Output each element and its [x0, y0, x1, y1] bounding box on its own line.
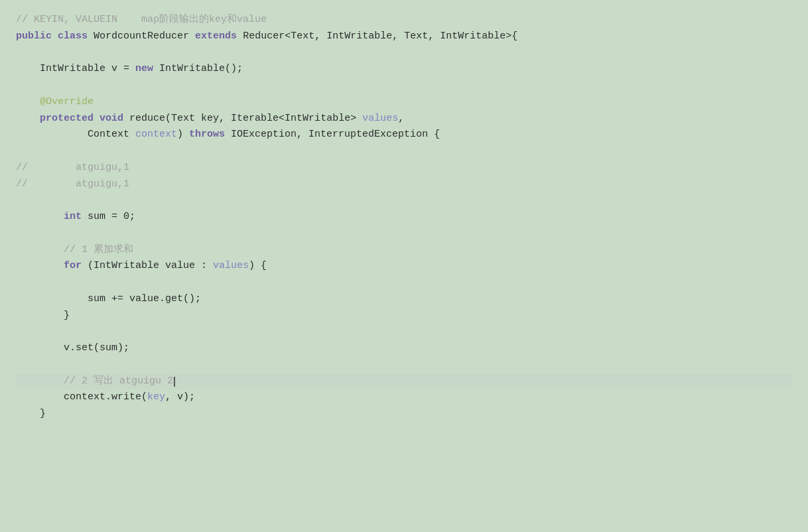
keyword-void: void — [100, 113, 123, 124]
comment-accumulate: // 1 累加求和 — [64, 244, 133, 255]
code-line-3 — [16, 45, 792, 62]
code-line-18: sum += value.get(); — [16, 291, 792, 308]
comment-atguigu-2: // atguigu,1 — [16, 178, 129, 190]
keyword-throws: throws — [189, 129, 225, 140]
throws-clause: ) — [177, 129, 189, 140]
comment-atguigu-1: // atguigu,1 — [16, 162, 129, 173]
code-line-14 — [16, 226, 792, 242]
keyword-protected: protected — [40, 113, 94, 124]
code-line-4: IntWritable v = new IntWritable(); — [16, 61, 792, 78]
code-line-21: v.set(sum); — [16, 340, 792, 357]
param-values: values — [362, 113, 398, 124]
for-close-brace: } — [64, 310, 70, 321]
context-write-rest: , v); — [165, 391, 195, 403]
for-loop: (IntWritable value : — [82, 260, 213, 271]
code-line-15: // 1 累加求和 — [16, 242, 792, 259]
method-close-brace: } — [40, 408, 46, 419]
code-line-6: @Override — [16, 94, 792, 111]
extends-name: Reducer<Text, IntWritable, Text, IntWrit… — [243, 31, 517, 42]
code-line-19: } — [16, 308, 792, 324]
class-name: WordcountReducer — [94, 31, 189, 42]
annotation-override: @Override — [40, 96, 94, 107]
code-line-11: // atguigu,1 — [16, 176, 792, 193]
code-line-1: // KEYIN, VALUEIN map阶段输出的key和value — [16, 12, 792, 29]
code-line-2: public class WordcountReducer extends Re… — [16, 29, 792, 45]
keyword-public: public — [16, 31, 52, 42]
code-line-7: protected void reduce(Text key, Iterable… — [16, 111, 792, 127]
keyword-class: class — [58, 31, 88, 42]
keyword-for: for — [64, 260, 82, 271]
comment-text: // KEYIN, VALUEIN map阶段输出的key和value — [16, 14, 267, 25]
for-brace: ) { — [249, 260, 267, 271]
method-name: reduce(Text key, Iterable<IntWritable> — [129, 113, 362, 124]
code-editor: // KEYIN, VALUEIN map阶段输出的key和value publ… — [0, 0, 808, 532]
code-line-22 — [16, 357, 792, 373]
code-line-25: } — [16, 406, 792, 423]
code-line-17 — [16, 275, 792, 291]
code-line-16: for (IntWritable value : values) { — [16, 258, 792, 275]
param-key: key — [147, 391, 165, 403]
code-line-8: Context context) throws IOException, Int… — [16, 127, 792, 143]
code-line-23: // 2 写出 atguigu 2 — [16, 373, 792, 390]
throws-exceptions: IOException, InterruptedException { — [225, 129, 440, 140]
keyword-extends: extends — [195, 31, 237, 42]
param-context: context — [135, 129, 177, 140]
code-line-5 — [16, 78, 792, 94]
field-type: IntWritable v = — [40, 63, 135, 74]
comma: , — [398, 113, 404, 124]
code-line-13: int sum = 0; — [16, 209, 792, 226]
keyword-new: new — [135, 63, 153, 74]
keyword-int: int — [64, 211, 82, 222]
for-values: values — [213, 260, 249, 271]
code-line-12 — [16, 192, 792, 209]
sum-increment: sum += value.get(); — [88, 293, 201, 304]
code-line-10: // atguigu,1 — [16, 160, 792, 176]
code-line-24: context.write(key, v); — [16, 389, 792, 406]
sum-declaration: sum = 0; — [82, 211, 135, 222]
code-line-9 — [16, 143, 792, 160]
field-value: IntWritable(); — [153, 63, 243, 74]
text-cursor — [174, 377, 175, 387]
context-write: context.write( — [64, 391, 147, 403]
comment-write-out: // 2 写出 atguigu 2 — [64, 375, 173, 387]
code-line-20 — [16, 324, 792, 340]
v-set: v.set(sum); — [64, 342, 129, 354]
